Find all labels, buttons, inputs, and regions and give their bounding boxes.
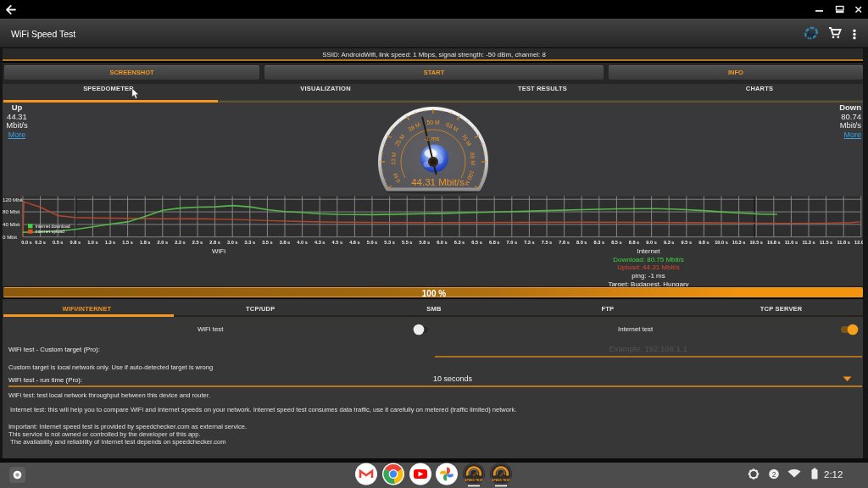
svg-text:8.0 s: 8.0 s xyxy=(576,240,587,245)
svg-text:3.8 s: 3.8 s xyxy=(280,240,290,245)
svg-text:11.3 s: 11.3 s xyxy=(802,240,815,245)
svg-text:9.0 s: 9.0 s xyxy=(646,240,656,245)
svg-text:2.8 s: 2.8 s xyxy=(209,240,220,245)
svg-text:40 Mbit: 40 Mbit xyxy=(3,221,20,227)
svg-text:4.3 s: 4.3 s xyxy=(314,240,325,245)
svg-text:5.5 s: 5.5 s xyxy=(402,240,412,245)
svg-text:11.5 s: 11.5 s xyxy=(820,240,832,245)
svg-text:10.0 s: 10.0 s xyxy=(715,240,728,245)
svg-text:80 Mbit: 80 Mbit xyxy=(3,208,20,214)
svg-text:10.5 s: 10.5 s xyxy=(749,240,763,245)
svg-text:1.3 s: 1.3 s xyxy=(105,240,115,245)
svg-text:8.5 s: 8.5 s xyxy=(611,240,621,245)
svg-text:120 Mbit: 120 Mbit xyxy=(3,197,23,202)
svg-text:11.0 s: 11.0 s xyxy=(785,240,798,245)
svg-text:4.5 s: 4.5 s xyxy=(332,240,342,245)
svg-text:Internet upload: Internet upload xyxy=(36,229,65,234)
svg-text:6.8 s: 6.8 s xyxy=(489,240,499,245)
svg-text:9.3 s: 9.3 s xyxy=(664,240,674,245)
svg-text:2:12: 2:12 xyxy=(824,469,843,480)
svg-text:0.3 s: 0.3 s xyxy=(35,240,45,245)
svg-text:0 Mbit: 0 Mbit xyxy=(3,234,17,240)
svg-text:10.8 s: 10.8 s xyxy=(767,240,781,245)
svg-text:8.3 s: 8.3 s xyxy=(594,240,604,245)
svg-text:6.0 s: 6.0 s xyxy=(437,240,447,245)
svg-text:7.8 s: 7.8 s xyxy=(559,240,569,245)
svg-text:3.5 s: 3.5 s xyxy=(262,240,272,245)
svg-text:SPEED TEST: SPEED TEST xyxy=(492,479,511,482)
svg-text:5.0 s: 5.0 s xyxy=(367,240,377,245)
svg-text:11.8 s: 11.8 s xyxy=(837,240,850,245)
svg-text:2.5 s: 2.5 s xyxy=(192,240,203,245)
svg-text:2: 2 xyxy=(772,470,776,479)
svg-text:1.8 s: 1.8 s xyxy=(140,240,150,245)
svg-text:0.8 s: 0.8 s xyxy=(70,240,81,245)
svg-text:4.8 s: 4.8 s xyxy=(349,240,359,245)
svg-text:7.0 s: 7.0 s xyxy=(507,240,517,245)
svg-text:13 M: 13 M xyxy=(390,152,397,165)
svg-text:44.31 Mbit/s: 44.31 Mbit/s xyxy=(411,177,465,187)
svg-text:9.8 s: 9.8 s xyxy=(698,240,709,245)
svg-text:1.0 s: 1.0 s xyxy=(87,240,97,245)
svg-text:1.5 s: 1.5 s xyxy=(122,240,132,245)
svg-text:3.3 s: 3.3 s xyxy=(245,240,255,245)
svg-text:SPEED TEST: SPEED TEST xyxy=(465,479,484,482)
svg-text:Internet download: Internet download xyxy=(36,224,70,229)
svg-text:8.8 s: 8.8 s xyxy=(629,240,639,245)
svg-text:88 M: 88 M xyxy=(470,152,476,165)
svg-text:2.3 s: 2.3 s xyxy=(175,240,185,245)
svg-text:2.0 s: 2.0 s xyxy=(158,240,168,245)
svg-text:5.3 s: 5.3 s xyxy=(384,240,394,245)
svg-text:6.5 s: 6.5 s xyxy=(471,240,481,245)
svg-text:10.3 s: 10.3 s xyxy=(732,240,746,245)
svg-text:4.0 s: 4.0 s xyxy=(297,240,307,245)
svg-text:6.3 s: 6.3 s xyxy=(454,240,465,245)
svg-text:7.5 s: 7.5 s xyxy=(542,240,552,245)
svg-text:0.5 s: 0.5 s xyxy=(53,240,63,245)
svg-text:0.0 s: 0.0 s xyxy=(21,240,31,245)
svg-text:3.0 s: 3.0 s xyxy=(227,240,237,245)
svg-text:7.3 s: 7.3 s xyxy=(524,240,534,245)
svg-text:9.5 s: 9.5 s xyxy=(682,240,692,245)
svg-text:-1 ms: -1 ms xyxy=(424,135,440,142)
svg-text:50 M: 50 M xyxy=(426,119,439,125)
svg-text:5.8 s: 5.8 s xyxy=(420,240,430,245)
